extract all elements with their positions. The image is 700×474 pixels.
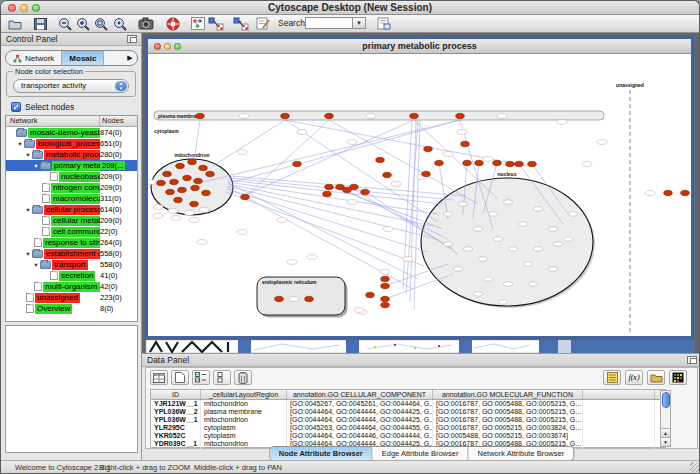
network-node[interactable]: [183, 175, 192, 180]
network-node-label[interactable]: [153, 205, 163, 210]
network-node[interactable]: [506, 161, 515, 166]
network-node[interactable]: [202, 190, 211, 195]
tree-expand-icon[interactable]: ▼: [24, 251, 32, 257]
tree-expand-icon[interactable]: ▼: [32, 163, 40, 169]
network-node[interactable]: [456, 113, 465, 118]
network-node-label[interactable]: [391, 182, 401, 187]
network-window[interactable]: primary metabolic process plasma membran…: [146, 37, 693, 338]
attribute-table-icon[interactable]: [150, 370, 168, 385]
table-column-header[interactable]: _cellularLayoutRegion: [201, 390, 287, 399]
export-network-icon[interactable]: [233, 16, 249, 31]
scroll-down-button[interactable]: ▼: [661, 437, 670, 446]
network-node-label[interactable]: [347, 200, 357, 205]
table-column-header[interactable]: annotation.GO CELLULAR_COMPONENT: [287, 390, 433, 399]
tree-row[interactable]: macromolecule311(0): [6, 193, 137, 204]
nucleus-node[interactable]: [479, 257, 488, 261]
import-network-icon[interactable]: [208, 16, 224, 31]
frame-zoom-button[interactable]: [174, 43, 181, 50]
table-column-header[interactable]: [583, 390, 655, 399]
tree-row[interactable]: cell communicat22(0): [6, 226, 137, 237]
network-window-titlebar[interactable]: primary metabolic process: [148, 39, 691, 54]
annotation-icon[interactable]: [255, 16, 271, 31]
tree-row[interactable]: multi-organism pro42(0): [6, 281, 137, 292]
tree-row[interactable]: response to stimulu264(0): [6, 237, 137, 248]
network-node-label[interactable]: [277, 218, 287, 223]
tree-row[interactable]: cellular metabo209(0): [6, 215, 137, 226]
network-node-label[interactable]: [347, 140, 357, 145]
nucleus-node[interactable]: [564, 237, 573, 241]
network-node[interactable]: [461, 141, 470, 146]
nucleus-node[interactable]: [489, 212, 498, 216]
zoom-fit-icon[interactable]: [93, 16, 109, 31]
nucleus-node[interactable]: [554, 242, 563, 246]
tree-row[interactable]: ▼metabolic process280(0): [6, 149, 137, 160]
select-nodes-checkbox[interactable]: ✓: [11, 102, 21, 112]
network-node-label[interactable]: [597, 140, 607, 145]
network-node-label[interactable]: [168, 209, 178, 214]
network-node-label[interactable]: [443, 152, 453, 157]
network-node-label[interactable]: [497, 114, 507, 119]
tab-network-attribute-browser[interactable]: Network Attribute Browser: [468, 447, 573, 460]
network-node[interactable]: [376, 157, 385, 162]
network-node[interactable]: [206, 171, 215, 176]
zoom-selected-icon[interactable]: [112, 16, 128, 31]
network-node-label[interactable]: [354, 308, 364, 313]
network-node-label[interactable]: [582, 162, 592, 167]
nucleus-node[interactable]: [499, 300, 508, 304]
network-node[interactable]: [515, 161, 524, 166]
network-node-label[interactable]: [557, 120, 567, 125]
network-node[interactable]: [422, 171, 431, 176]
tree-expand-icon[interactable]: ▼: [24, 207, 32, 213]
network-node[interactable]: [188, 159, 197, 164]
vizmapper-icon[interactable]: [190, 16, 206, 31]
network-node[interactable]: [325, 113, 334, 118]
nucleus-node[interactable]: [454, 267, 463, 271]
network-node-label[interactable]: [171, 216, 181, 221]
zoom-in-icon[interactable]: [75, 16, 91, 31]
tree-row[interactable]: Overview8(0): [6, 303, 137, 314]
nucleus-node[interactable]: [549, 227, 558, 231]
node-color-dropdown[interactable]: transporter activity ▲▼: [13, 79, 129, 93]
network-node-label[interactable]: [297, 130, 307, 135]
attribute-matrix-icon[interactable]: [669, 370, 687, 385]
network-node-label[interactable]: [380, 270, 390, 275]
network-node[interactable]: [170, 179, 179, 184]
help-lifesaver-icon[interactable]: [165, 16, 181, 31]
network-node[interactable]: [323, 191, 332, 196]
network-node[interactable]: [350, 184, 359, 189]
network-node-label[interactable]: [148, 180, 156, 185]
table-column-header[interactable]: annotation.GO MOLECULAR_FUNCTION: [433, 390, 583, 399]
float-panel-icon[interactable]: [127, 35, 137, 43]
network-node[interactable]: [435, 160, 444, 165]
network-node[interactable]: [196, 113, 205, 118]
network-node[interactable]: [528, 161, 537, 166]
resize-grip[interactable]: [690, 462, 700, 472]
select-attributes-icon[interactable]: [192, 370, 210, 385]
nucleus-node[interactable]: [444, 242, 453, 246]
network-node[interactable]: [191, 185, 200, 190]
network-node-label[interactable]: [237, 230, 247, 235]
delete-attribute-icon[interactable]: [234, 370, 252, 385]
tree-row[interactable]: unassigned223(0): [6, 292, 137, 303]
network-node-label[interactable]: [189, 218, 199, 223]
nucleus-node[interactable]: [484, 277, 493, 281]
table-row[interactable]: YJR121W__1mitochondrion[GO:0045267, GO:0…: [151, 400, 665, 408]
network-node[interactable]: [163, 171, 172, 176]
network-node[interactable]: [281, 113, 290, 118]
tree-row[interactable]: secretion41(0): [6, 270, 137, 281]
attribute-list-icon[interactable]: [603, 370, 621, 385]
nucleus-node[interactable]: [504, 282, 513, 286]
network-node-label[interactable]: [383, 227, 393, 232]
data-panel-float-icon[interactable]: [687, 356, 697, 364]
nucleus-node[interactable]: [509, 247, 518, 251]
nucleus-node[interactable]: [459, 202, 468, 206]
search-input[interactable]: [305, 17, 353, 29]
network-node[interactable]: [381, 302, 390, 307]
table-column-header[interactable]: ID: [151, 390, 201, 399]
network-node-label[interactable]: [197, 240, 207, 245]
scrollbar-thumb[interactable]: [662, 392, 670, 408]
network-node[interactable]: [190, 201, 199, 206]
birds-eye-view[interactable]: [5, 325, 138, 453]
search-dropdown-button[interactable]: ▼: [353, 17, 366, 29]
network-node[interactable]: [199, 165, 208, 170]
